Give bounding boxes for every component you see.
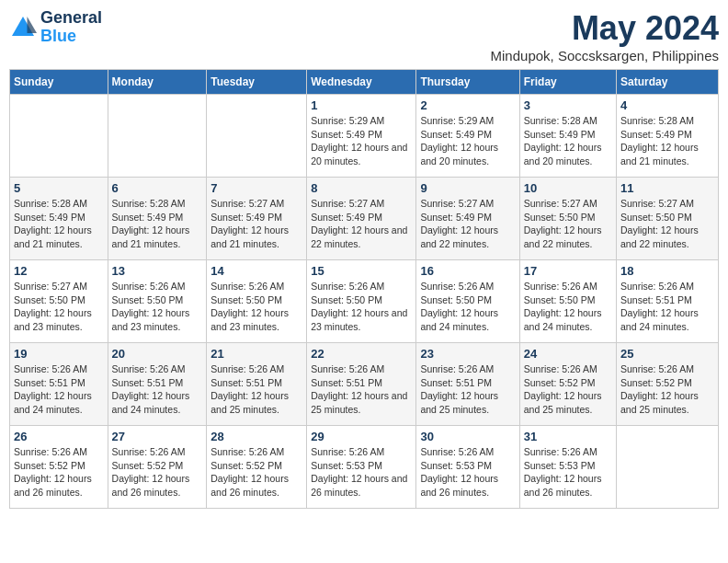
calendar-cell: 23 Sunrise: 5:26 AMSunset: 5:51 PMDaylig… (416, 343, 519, 426)
day-info: Sunrise: 5:26 AMSunset: 5:52 PMDaylight:… (620, 362, 714, 417)
column-header-sunday: Sunday (10, 70, 108, 95)
day-info: Sunrise: 5:27 AMSunset: 5:50 PMDaylight:… (14, 280, 104, 334)
day-number: 29 (311, 430, 412, 443)
calendar-cell: 5 Sunrise: 5:28 AMSunset: 5:49 PMDayligh… (10, 178, 108, 260)
calendar-week-2: 5 Sunrise: 5:28 AMSunset: 5:49 PMDayligh… (10, 178, 719, 260)
main-title: May 2024 (491, 9, 719, 48)
calendar-cell: 24 Sunrise: 5:26 AMSunset: 5:52 PMDaylig… (519, 343, 616, 426)
calendar-cell: 27 Sunrise: 5:26 AMSunset: 5:52 PMDaylig… (108, 426, 207, 509)
logo-text: General Blue (40, 9, 102, 46)
day-info: Sunrise: 5:26 AMSunset: 5:51 PMDaylight:… (14, 362, 104, 417)
calendar-cell: 21 Sunrise: 5:26 AMSunset: 5:51 PMDaylig… (207, 343, 307, 426)
day-info: Sunrise: 5:26 AMSunset: 5:50 PMDaylight:… (420, 280, 515, 334)
calendar-week-3: 12 Sunrise: 5:27 AMSunset: 5:50 PMDaylig… (10, 260, 719, 343)
calendar-cell: 13 Sunrise: 5:26 AMSunset: 5:50 PMDaylig… (108, 260, 207, 343)
day-number: 31 (524, 430, 612, 443)
day-info: Sunrise: 5:26 AMSunset: 5:53 PMDaylight:… (524, 445, 612, 500)
calendar-cell: 20 Sunrise: 5:26 AMSunset: 5:51 PMDaylig… (108, 343, 207, 426)
day-number: 13 (112, 264, 203, 278)
day-info: Sunrise: 5:26 AMSunset: 5:51 PMDaylight:… (112, 362, 203, 417)
calendar-cell (207, 95, 307, 178)
day-info: Sunrise: 5:26 AMSunset: 5:50 PMDaylight:… (524, 280, 612, 334)
day-info: Sunrise: 5:26 AMSunset: 5:52 PMDaylight:… (112, 445, 203, 500)
calendar-cell: 22 Sunrise: 5:26 AMSunset: 5:51 PMDaylig… (307, 343, 416, 426)
day-number: 26 (14, 430, 104, 443)
day-number: 16 (420, 264, 515, 278)
day-info: Sunrise: 5:26 AMSunset: 5:50 PMDaylight:… (311, 280, 412, 334)
day-number: 15 (311, 264, 412, 278)
calendar-cell (108, 95, 207, 178)
calendar-cell: 7 Sunrise: 5:27 AMSunset: 5:49 PMDayligh… (207, 178, 307, 260)
calendar-cell: 1 Sunrise: 5:29 AMSunset: 5:49 PMDayligh… (307, 95, 416, 178)
column-header-saturday: Saturday (617, 70, 719, 95)
day-number: 4 (620, 98, 714, 112)
day-number: 19 (14, 347, 104, 361)
calendar-cell: 28 Sunrise: 5:26 AMSunset: 5:52 PMDaylig… (207, 426, 307, 509)
calendar-cell: 8 Sunrise: 5:27 AMSunset: 5:49 PMDayligh… (307, 178, 416, 260)
day-info: Sunrise: 5:26 AMSunset: 5:51 PMDaylight:… (420, 362, 515, 417)
day-number: 21 (210, 347, 302, 361)
svg-marker-1 (28, 17, 38, 33)
calendar-cell: 4 Sunrise: 5:28 AMSunset: 5:49 PMDayligh… (617, 95, 719, 178)
day-number: 11 (620, 181, 714, 195)
column-header-thursday: Thursday (416, 70, 519, 95)
calendar-cell: 29 Sunrise: 5:26 AMSunset: 5:53 PMDaylig… (307, 426, 416, 509)
day-number: 1 (311, 98, 412, 112)
day-number: 17 (524, 264, 612, 278)
day-info: Sunrise: 5:27 AMSunset: 5:49 PMDaylight:… (311, 197, 412, 251)
day-info: Sunrise: 5:26 AMSunset: 5:52 PMDaylight:… (210, 445, 302, 500)
day-number: 3 (524, 98, 612, 112)
calendar-cell: 30 Sunrise: 5:26 AMSunset: 5:53 PMDaylig… (416, 426, 519, 509)
column-header-tuesday: Tuesday (207, 70, 307, 95)
day-info: Sunrise: 5:26 AMSunset: 5:53 PMDaylight:… (311, 445, 412, 500)
calendar-cell (617, 426, 719, 509)
day-number: 14 (210, 264, 302, 278)
day-number: 30 (420, 430, 515, 443)
calendar-cell: 31 Sunrise: 5:26 AMSunset: 5:53 PMDaylig… (519, 426, 616, 509)
day-info: Sunrise: 5:26 AMSunset: 5:51 PMDaylight:… (210, 362, 302, 417)
logo-icon (9, 14, 37, 41)
logo: General Blue (9, 9, 102, 46)
day-info: Sunrise: 5:27 AMSunset: 5:50 PMDaylight:… (524, 197, 612, 251)
calendar-cell: 3 Sunrise: 5:28 AMSunset: 5:49 PMDayligh… (519, 95, 616, 178)
day-number: 28 (210, 430, 302, 443)
day-info: Sunrise: 5:26 AMSunset: 5:53 PMDaylight:… (420, 445, 515, 500)
calendar-cell: 18 Sunrise: 5:26 AMSunset: 5:51 PMDaylig… (617, 260, 719, 343)
calendar-cell: 19 Sunrise: 5:26 AMSunset: 5:51 PMDaylig… (10, 343, 108, 426)
day-number: 8 (311, 181, 412, 195)
day-info: Sunrise: 5:28 AMSunset: 5:49 PMDaylight:… (620, 114, 714, 168)
column-header-wednesday: Wednesday (307, 70, 416, 95)
day-number: 20 (112, 347, 203, 361)
day-info: Sunrise: 5:26 AMSunset: 5:52 PMDaylight:… (524, 362, 612, 417)
day-info: Sunrise: 5:26 AMSunset: 5:50 PMDaylight:… (210, 280, 302, 334)
day-number: 2 (420, 98, 515, 112)
day-info: Sunrise: 5:27 AMSunset: 5:50 PMDaylight:… (620, 197, 714, 251)
page-header: General Blue May 2024 Mindupok, Soccsksa… (9, 9, 719, 63)
day-number: 25 (620, 347, 714, 361)
subtitle: Mindupok, Soccsksargen, Philippines (491, 48, 719, 63)
calendar-cell: 12 Sunrise: 5:27 AMSunset: 5:50 PMDaylig… (10, 260, 108, 343)
day-number: 18 (620, 264, 714, 278)
day-number: 23 (420, 347, 515, 361)
day-info: Sunrise: 5:28 AMSunset: 5:49 PMDaylight:… (112, 197, 203, 251)
day-info: Sunrise: 5:28 AMSunset: 5:49 PMDaylight:… (14, 197, 104, 251)
day-number: 22 (311, 347, 412, 361)
calendar-table: SundayMondayTuesdayWednesdayThursdayFrid… (9, 69, 719, 509)
calendar-cell: 16 Sunrise: 5:26 AMSunset: 5:50 PMDaylig… (416, 260, 519, 343)
day-number: 5 (14, 181, 104, 195)
day-info: Sunrise: 5:27 AMSunset: 5:49 PMDaylight:… (210, 197, 302, 251)
day-info: Sunrise: 5:26 AMSunset: 5:52 PMDaylight:… (14, 445, 104, 500)
column-header-monday: Monday (108, 70, 207, 95)
day-number: 24 (524, 347, 612, 361)
day-number: 27 (112, 430, 203, 443)
day-info: Sunrise: 5:26 AMSunset: 5:51 PMDaylight:… (620, 280, 714, 334)
day-number: 7 (210, 181, 302, 195)
calendar-cell: 15 Sunrise: 5:26 AMSunset: 5:50 PMDaylig… (307, 260, 416, 343)
day-number: 12 (14, 264, 104, 278)
day-info: Sunrise: 5:29 AMSunset: 5:49 PMDaylight:… (420, 114, 515, 168)
calendar-week-1: 1 Sunrise: 5:29 AMSunset: 5:49 PMDayligh… (10, 95, 719, 178)
calendar-cell: 25 Sunrise: 5:26 AMSunset: 5:52 PMDaylig… (617, 343, 719, 426)
calendar-cell: 17 Sunrise: 5:26 AMSunset: 5:50 PMDaylig… (519, 260, 616, 343)
calendar-cell: 10 Sunrise: 5:27 AMSunset: 5:50 PMDaylig… (519, 178, 616, 260)
day-info: Sunrise: 5:29 AMSunset: 5:49 PMDaylight:… (311, 114, 412, 168)
